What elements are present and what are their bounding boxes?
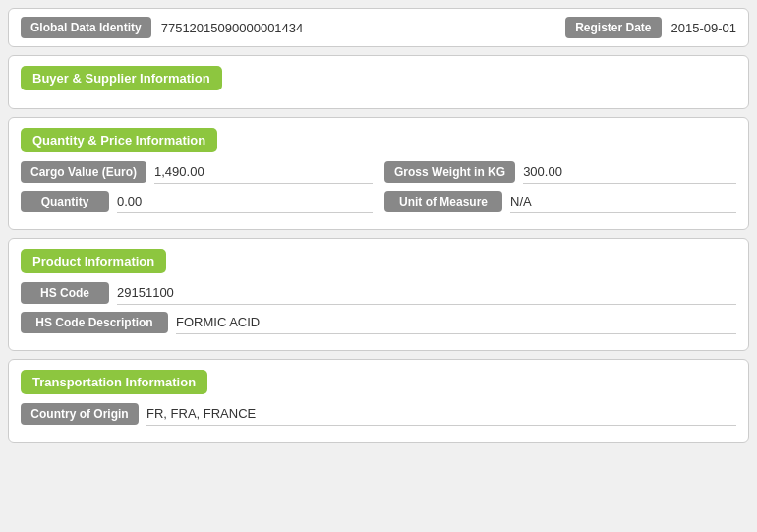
transportation-header: Transportation Information — [21, 370, 207, 394]
gross-weight-group: Gross Weight in KG 300.00 — [384, 160, 736, 184]
register-date-value: 2015-09-01 — [671, 21, 737, 35]
unit-quantity-row: Quantity 0.00 Unit of Measure N/A — [21, 190, 736, 213]
cargo-value: 1,490.00 — [154, 160, 373, 184]
hs-desc-label: HS Code Description — [21, 312, 168, 333]
hs-desc-row: HS Code Description FORMIC ACID — [21, 311, 736, 334]
hs-desc-group: HS Code Description FORMIC ACID — [21, 311, 736, 334]
register-section: Register Date 2015-09-01 — [565, 17, 736, 38]
hs-code-value: 29151100 — [117, 281, 736, 305]
unit-measure-group: Unit of Measure N/A — [384, 190, 736, 213]
country-origin-group: Country of Origin FR, FRA, FRANCE — [21, 402, 736, 426]
unit-measure-value: N/A — [510, 190, 736, 213]
global-data-identity-value: 77512015090000001434 — [161, 21, 555, 35]
buyer-supplier-section: Buyer & Supplier Information — [8, 55, 749, 109]
gross-weight-label: Gross Weight in KG — [384, 161, 515, 183]
product-section: Product Information HS Code 29151100 HS … — [8, 238, 749, 351]
main-container: Global Data Identity 7751201509000000143… — [0, 0, 757, 450]
gross-weight-value: 300.00 — [523, 160, 736, 184]
cargo-value-group: Cargo Value (Euro) 1,490.00 — [21, 160, 373, 184]
quantity-group: Quantity 0.00 — [21, 190, 373, 213]
cargo-quantity-row: Cargo Value (Euro) 1,490.00 Gross Weight… — [21, 160, 736, 184]
register-date-label: Register Date — [565, 17, 661, 38]
country-origin-value: FR, FRA, FRANCE — [146, 402, 736, 426]
identity-bar: Global Data Identity 7751201509000000143… — [8, 8, 749, 47]
hs-code-group: HS Code 29151100 — [21, 281, 736, 305]
hs-code-row: HS Code 29151100 — [21, 281, 736, 305]
cargo-value-label: Cargo Value (Euro) — [21, 161, 146, 183]
quantity-price-header: Quantity & Price Information — [21, 128, 217, 152]
quantity-value: 0.00 — [117, 190, 373, 213]
transportation-section: Transportation Information Country of Or… — [8, 359, 749, 443]
hs-code-label: HS Code — [21, 282, 109, 304]
hs-desc-value: FORMIC ACID — [176, 311, 736, 334]
product-header: Product Information — [21, 249, 166, 273]
country-origin-row: Country of Origin FR, FRA, FRANCE — [21, 402, 736, 426]
quantity-price-section: Quantity & Price Information Cargo Value… — [8, 117, 749, 230]
global-data-identity-label: Global Data Identity — [21, 17, 151, 38]
buyer-supplier-header: Buyer & Supplier Information — [21, 66, 222, 90]
country-origin-label: Country of Origin — [21, 403, 139, 425]
quantity-label: Quantity — [21, 191, 109, 212]
unit-measure-label: Unit of Measure — [384, 191, 502, 212]
